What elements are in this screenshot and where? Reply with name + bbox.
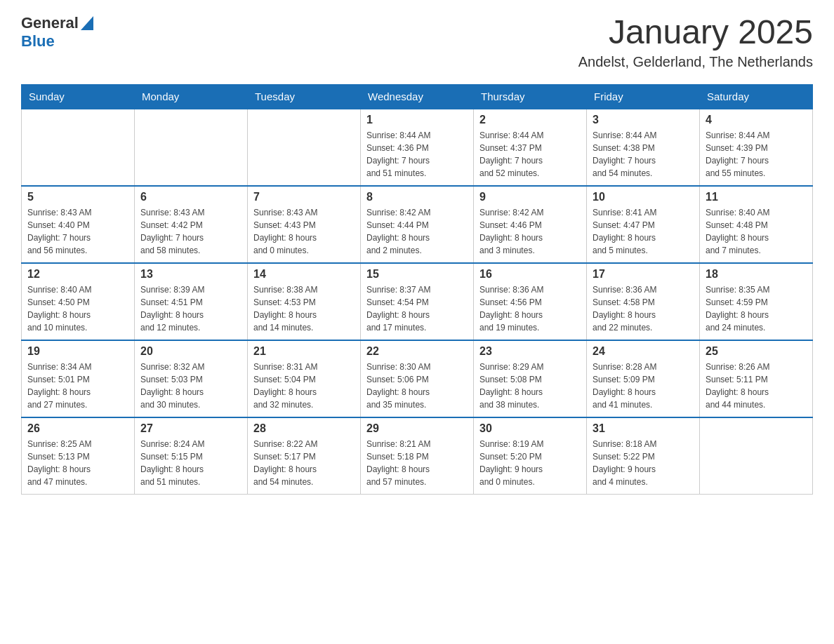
day-info: Sunrise: 8:42 AM Sunset: 4:46 PM Dayligh… [479, 206, 581, 257]
calendar-cell: 27Sunrise: 8:24 AM Sunset: 5:15 PM Dayli… [135, 417, 248, 495]
day-number: 10 [593, 191, 694, 203]
day-info: Sunrise: 8:44 AM Sunset: 4:39 PM Dayligh… [706, 129, 807, 180]
calendar-cell: 23Sunrise: 8:29 AM Sunset: 5:08 PM Dayli… [474, 340, 587, 417]
day-info: Sunrise: 8:18 AM Sunset: 5:22 PM Dayligh… [593, 438, 694, 488]
logo-general-text: General [21, 14, 79, 32]
day-info: Sunrise: 8:43 AM Sunset: 4:40 PM Dayligh… [27, 206, 128, 257]
day-info: Sunrise: 8:44 AM Sunset: 4:36 PM Dayligh… [366, 129, 468, 180]
day-number: 12 [27, 268, 128, 281]
calendar-cell: 6Sunrise: 8:43 AM Sunset: 4:42 PM Daylig… [135, 186, 248, 263]
day-number: 4 [706, 114, 807, 126]
day-number: 23 [479, 345, 581, 358]
day-header-friday: Friday [587, 84, 700, 109]
day-number: 24 [593, 345, 694, 358]
day-header-tuesday: Tuesday [248, 84, 361, 109]
title-block: January 2025 Andelst, Gelderland, The Ne… [578, 14, 813, 70]
calendar-cell: 26Sunrise: 8:25 AM Sunset: 5:13 PM Dayli… [22, 417, 135, 495]
calendar-subtitle: Andelst, Gelderland, The Netherlands [578, 54, 813, 70]
day-number: 6 [140, 191, 241, 203]
day-number: 8 [366, 191, 468, 203]
week-row-4: 19Sunrise: 8:34 AM Sunset: 5:01 PM Dayli… [22, 340, 813, 417]
week-row-2: 5Sunrise: 8:43 AM Sunset: 4:40 PM Daylig… [22, 186, 813, 263]
logo: General Blue [21, 14, 93, 51]
day-number: 11 [706, 191, 807, 203]
day-header-sunday: Sunday [22, 84, 135, 109]
calendar-cell: 21Sunrise: 8:31 AM Sunset: 5:04 PM Dayli… [248, 340, 361, 417]
day-number: 16 [479, 268, 581, 281]
day-number: 18 [706, 268, 807, 281]
day-info: Sunrise: 8:36 AM Sunset: 4:58 PM Dayligh… [593, 283, 694, 334]
day-info: Sunrise: 8:22 AM Sunset: 5:17 PM Dayligh… [253, 438, 355, 488]
calendar-cell: 24Sunrise: 8:28 AM Sunset: 5:09 PM Dayli… [587, 340, 700, 417]
day-info: Sunrise: 8:42 AM Sunset: 4:44 PM Dayligh… [366, 206, 468, 257]
calendar-cell: 3Sunrise: 8:44 AM Sunset: 4:38 PM Daylig… [587, 109, 700, 186]
calendar-cell: 5Sunrise: 8:43 AM Sunset: 4:40 PM Daylig… [22, 186, 135, 263]
day-number: 2 [479, 114, 581, 126]
day-number: 5 [27, 191, 128, 203]
week-row-5: 26Sunrise: 8:25 AM Sunset: 5:13 PM Dayli… [22, 417, 813, 495]
day-info: Sunrise: 8:37 AM Sunset: 4:54 PM Dayligh… [366, 283, 468, 334]
calendar-cell: 29Sunrise: 8:21 AM Sunset: 5:18 PM Dayli… [361, 417, 474, 495]
day-number: 21 [253, 345, 355, 358]
calendar-cell: 14Sunrise: 8:38 AM Sunset: 4:53 PM Dayli… [248, 263, 361, 340]
day-info: Sunrise: 8:43 AM Sunset: 4:43 PM Dayligh… [253, 206, 355, 257]
day-number: 22 [366, 345, 468, 358]
calendar-cell: 28Sunrise: 8:22 AM Sunset: 5:17 PM Dayli… [248, 417, 361, 495]
day-info: Sunrise: 8:40 AM Sunset: 4:50 PM Dayligh… [27, 283, 128, 334]
day-info: Sunrise: 8:19 AM Sunset: 5:20 PM Dayligh… [479, 438, 581, 488]
day-number: 7 [253, 191, 355, 203]
calendar-cell: 22Sunrise: 8:30 AM Sunset: 5:06 PM Dayli… [361, 340, 474, 417]
week-row-1: 1Sunrise: 8:44 AM Sunset: 4:36 PM Daylig… [22, 109, 813, 186]
day-number: 14 [253, 268, 355, 281]
calendar-cell: 19Sunrise: 8:34 AM Sunset: 5:01 PM Dayli… [22, 340, 135, 417]
day-header-monday: Monday [135, 84, 248, 109]
day-number: 9 [479, 191, 581, 203]
calendar-cell: 2Sunrise: 8:44 AM Sunset: 4:37 PM Daylig… [474, 109, 587, 186]
day-info: Sunrise: 8:34 AM Sunset: 5:01 PM Dayligh… [27, 361, 128, 411]
day-info: Sunrise: 8:25 AM Sunset: 5:13 PM Dayligh… [27, 438, 128, 488]
day-info: Sunrise: 8:38 AM Sunset: 4:53 PM Dayligh… [253, 283, 355, 334]
day-number: 15 [366, 268, 468, 281]
day-number: 3 [593, 114, 694, 126]
day-number: 17 [593, 268, 694, 281]
day-number: 25 [706, 345, 807, 358]
day-number: 26 [27, 422, 128, 435]
logo-arrow-icon [81, 16, 93, 30]
day-info: Sunrise: 8:21 AM Sunset: 5:18 PM Dayligh… [366, 438, 468, 488]
day-info: Sunrise: 8:44 AM Sunset: 4:38 PM Dayligh… [593, 129, 694, 180]
calendar-cell: 20Sunrise: 8:32 AM Sunset: 5:03 PM Dayli… [135, 340, 248, 417]
calendar-cell: 1Sunrise: 8:44 AM Sunset: 4:36 PM Daylig… [361, 109, 474, 186]
day-number: 29 [366, 422, 468, 435]
calendar-cell: 15Sunrise: 8:37 AM Sunset: 4:54 PM Dayli… [361, 263, 474, 340]
calendar-cell [22, 109, 135, 186]
day-info: Sunrise: 8:41 AM Sunset: 4:47 PM Dayligh… [593, 206, 694, 257]
calendar-cell [700, 417, 813, 495]
day-info: Sunrise: 8:39 AM Sunset: 4:51 PM Dayligh… [140, 283, 241, 334]
day-info: Sunrise: 8:35 AM Sunset: 4:59 PM Dayligh… [706, 283, 807, 334]
day-info: Sunrise: 8:30 AM Sunset: 5:06 PM Dayligh… [366, 361, 468, 411]
calendar-cell: 9Sunrise: 8:42 AM Sunset: 4:46 PM Daylig… [474, 186, 587, 263]
calendar-cell: 11Sunrise: 8:40 AM Sunset: 4:48 PM Dayli… [700, 186, 813, 263]
day-number: 28 [253, 422, 355, 435]
day-header-saturday: Saturday [700, 84, 813, 109]
calendar-cell: 17Sunrise: 8:36 AM Sunset: 4:58 PM Dayli… [587, 263, 700, 340]
week-row-3: 12Sunrise: 8:40 AM Sunset: 4:50 PM Dayli… [22, 263, 813, 340]
calendar-cell: 25Sunrise: 8:26 AM Sunset: 5:11 PM Dayli… [700, 340, 813, 417]
day-number: 27 [140, 422, 241, 435]
calendar-cell: 18Sunrise: 8:35 AM Sunset: 4:59 PM Dayli… [700, 263, 813, 340]
day-info: Sunrise: 8:26 AM Sunset: 5:11 PM Dayligh… [706, 361, 807, 411]
day-info: Sunrise: 8:43 AM Sunset: 4:42 PM Dayligh… [140, 206, 241, 257]
day-info: Sunrise: 8:24 AM Sunset: 5:15 PM Dayligh… [140, 438, 241, 488]
page-header: General Blue January 2025 Andelst, Gelde… [21, 14, 813, 70]
calendar-cell: 4Sunrise: 8:44 AM Sunset: 4:39 PM Daylig… [700, 109, 813, 186]
day-info: Sunrise: 8:31 AM Sunset: 5:04 PM Dayligh… [253, 361, 355, 411]
day-number: 20 [140, 345, 241, 358]
calendar-cell: 16Sunrise: 8:36 AM Sunset: 4:56 PM Dayli… [474, 263, 587, 340]
calendar-table: SundayMondayTuesdayWednesdayThursdayFrid… [21, 84, 813, 495]
day-info: Sunrise: 8:36 AM Sunset: 4:56 PM Dayligh… [479, 283, 581, 334]
day-number: 13 [140, 268, 241, 281]
day-info: Sunrise: 8:40 AM Sunset: 4:48 PM Dayligh… [706, 206, 807, 257]
calendar-cell [248, 109, 361, 186]
calendar-title: January 2025 [578, 14, 813, 51]
calendar-cell: 7Sunrise: 8:43 AM Sunset: 4:43 PM Daylig… [248, 186, 361, 263]
